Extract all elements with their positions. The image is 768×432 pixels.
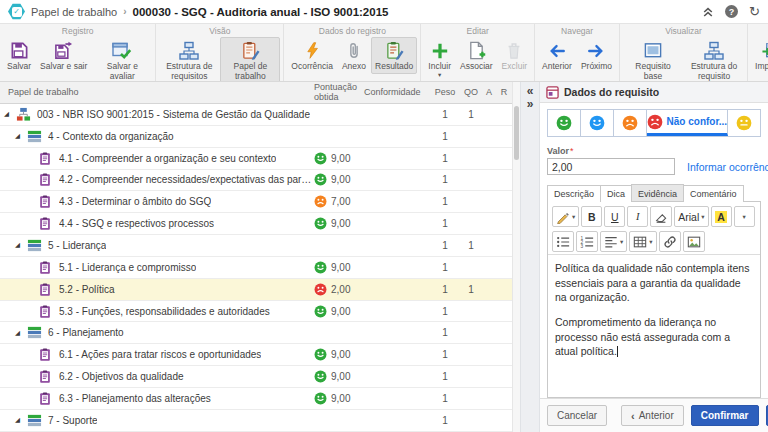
insert-link-button[interactable] <box>659 231 681 252</box>
align-button[interactable]: ▾ <box>600 231 627 252</box>
editor-content[interactable]: Política da qualidade não contempla iten… <box>548 254 760 397</box>
help-icon[interactable]: ? <box>725 5 738 18</box>
valor-input[interactable] <box>547 158 675 175</box>
table-row-7[interactable]: ◢7 - Suporte1 <box>0 410 512 432</box>
ribbon-button-anexo[interactable]: Anexo <box>338 37 370 74</box>
ribbon-group-navegar: NavegarAnteriorPróximo <box>535 24 620 81</box>
requirement-icon <box>38 347 53 362</box>
tree-expander-icon[interactable]: ◢ <box>4 110 16 118</box>
breadcrumb-section[interactable]: Papel de trabalho <box>31 6 117 18</box>
section-icon <box>27 325 42 340</box>
tab-evidencia[interactable]: Evidência <box>631 184 684 201</box>
tree-column-headers: Papel de trabalho Pontuação obtida Confo… <box>0 82 512 104</box>
ribbon-button-salvar-e-sair[interactable]: Salvar e sair <box>36 37 91 74</box>
ribbon-button-associar[interactable]: Associar <box>456 37 497 74</box>
table-row-003[interactable]: ◢003 - NBR ISO 9001:2015 - Sistema de Ge… <box>0 104 512 126</box>
rating-yellow-neutral[interactable] <box>728 110 760 136</box>
peso-cell: 1 <box>430 415 460 426</box>
requirement-icon <box>38 194 53 209</box>
rating-red-sad[interactable]: Não confor... <box>647 110 729 136</box>
score-badge: 2,00 <box>314 283 364 296</box>
expand-panel-icon[interactable]: » <box>527 98 534 111</box>
table-row-5-2[interactable]: 5.2 - Política2,0011 <box>0 279 512 301</box>
ribbon-group-label: Dados do registro <box>284 26 420 36</box>
informar-ocorrencias-link[interactable]: Informar ocorrências <box>687 161 768 173</box>
ribbon-button-ocorrencia[interactable]: Ocorrência <box>287 37 337 74</box>
requirement-icon <box>38 172 53 187</box>
row-label: 5.1 - Liderança e compromisso <box>59 262 196 273</box>
collapse-ribbon-icon[interactable] <box>702 6 714 18</box>
ribbon-button-anterior[interactable]: Anterior <box>538 37 576 74</box>
table-row-4-4[interactable]: 4.4 - SGQ e respectivos processos9,001 <box>0 213 512 235</box>
ribbon-button-requisito-base[interactable]: Requisito base <box>623 37 683 82</box>
tree-expander-icon[interactable]: ◢ <box>15 241 27 249</box>
save-icon <box>10 40 29 61</box>
row-label: 5 - Liderança <box>48 240 106 251</box>
main-area: Papel de trabalho Pontuação obtida Confo… <box>0 82 768 432</box>
tree-scrollbar[interactable] <box>512 82 520 432</box>
row-label-cell: ◢5 - Liderança <box>0 238 314 253</box>
font-color-button[interactable]: A <box>711 206 732 227</box>
panel-footer: Cancelar ‹ Anterior Confirmar Próximo › <box>540 398 768 432</box>
table-row-4[interactable]: ◢4 - Contexto da organização1 <box>0 126 512 148</box>
font-family-button[interactable]: Arial▾ <box>674 206 708 227</box>
orange-face-icon <box>314 195 327 208</box>
peso-cell: 1 <box>430 393 460 404</box>
tab-descricao[interactable]: Descrição <box>547 185 601 202</box>
tab-dica[interactable]: Dica <box>600 185 632 202</box>
table-row-4-3[interactable]: 4.3 - Determinar o âmbito do SGQ7,001 <box>0 191 512 213</box>
cancel-button[interactable]: Cancelar <box>547 405 607 426</box>
table-row-6-3[interactable]: 6.3 - Planejamento das alterações9,001 <box>0 388 512 410</box>
insert-image-button[interactable] <box>683 231 705 252</box>
score-cell: 9,00 <box>314 305 364 318</box>
table-row-4-2[interactable]: 4.2 - Compreender necessidades/expectati… <box>0 170 512 192</box>
rating-orange-sad[interactable] <box>614 110 647 136</box>
ribbon-toolbar: RegistroSalvarSalvar e sairSalvar e aval… <box>0 24 768 82</box>
save-check-icon <box>112 40 132 61</box>
styles-button[interactable]: ▾ <box>552 206 579 227</box>
table-row-4-1[interactable]: 4.1 - Compreender a organização e seu co… <box>0 148 512 170</box>
bold-button[interactable]: B <box>581 206 602 227</box>
ribbon-button-excluir: Excluir <box>498 37 532 74</box>
insert-table-button[interactable]: ▾ <box>629 231 656 252</box>
ribbon-button-papel-de-trabalho[interactable]: Papel de trabalho <box>220 37 280 82</box>
tree-expander-icon[interactable]: ◢ <box>15 132 27 140</box>
confirm-button[interactable]: Confirmar <box>691 405 759 426</box>
table-row-5-3[interactable]: 5.3 - Funções, responsabilidades e autor… <box>0 301 512 323</box>
score-badge: 9,00 <box>314 173 364 186</box>
numbered-list-button[interactable]: 123 <box>576 231 598 252</box>
rating-green-happy[interactable] <box>548 110 581 136</box>
font-color-menu-button[interactable]: ▾ <box>734 206 755 227</box>
ribbon-button-resultado[interactable]: Resultado <box>371 37 417 74</box>
refresh-icon[interactable]: ↻ <box>749 5 760 18</box>
table-row-6-1[interactable]: 6.1 - Ações para tratar riscos e oportun… <box>0 344 512 366</box>
clear-format-button[interactable] <box>650 206 672 227</box>
previous-button[interactable]: ‹ Anterior <box>621 405 684 426</box>
column-header-r: R <box>496 88 512 97</box>
tree-expander-icon[interactable]: ◢ <box>15 416 27 424</box>
table-row-6-2[interactable]: 6.2 - Objetivos da qualidade9,001 <box>0 366 512 388</box>
ribbon-button-proximo[interactable]: Próximo <box>577 37 616 74</box>
ribbon-button-incluir[interactable]: Incluir▾ <box>424 37 455 80</box>
ribbon-group-label: Visão <box>156 26 283 36</box>
scrollbar-thumb[interactable] <box>514 106 519 160</box>
tab-comentario[interactable]: Comentário <box>683 185 744 202</box>
bullet-list-button[interactable] <box>552 231 574 252</box>
rating-blue-happy[interactable] <box>581 110 614 136</box>
ribbon-button-estrutura-de-requisitos[interactable]: Estrutura de requisitos <box>159 37 219 82</box>
italic-button[interactable]: I <box>627 206 648 227</box>
panel-header: Dados do requisito <box>540 82 768 103</box>
tree-expander-icon[interactable]: ◢ <box>15 329 27 337</box>
ribbon-button-importar[interactable]: Importar <box>751 37 768 74</box>
underline-button[interactable]: U <box>604 206 625 227</box>
table-row-6[interactable]: ◢6 - Planejamento1 <box>0 322 512 344</box>
ul-icon <box>556 235 570 249</box>
column-header-peso: Peso <box>430 88 460 97</box>
column-header-conformidade: Conformidade <box>364 88 430 97</box>
table-row-5-1[interactable]: 5.1 - Liderança e compromisso9,001 <box>0 257 512 279</box>
ribbon-button-salvar-e-avaliar-preenchimento[interactable]: Salvar e avaliar preenchimento <box>92 37 152 82</box>
table-row-5[interactable]: ◢5 - Liderança11 <box>0 235 512 257</box>
ribbon-button-estrutura-do-requisito-base[interactable]: Estrutura do requisito base <box>684 37 744 82</box>
ribbon-button-salvar[interactable]: Salvar <box>3 37 35 74</box>
row-label-cell: 6.2 - Objetivos da qualidade <box>0 369 314 384</box>
